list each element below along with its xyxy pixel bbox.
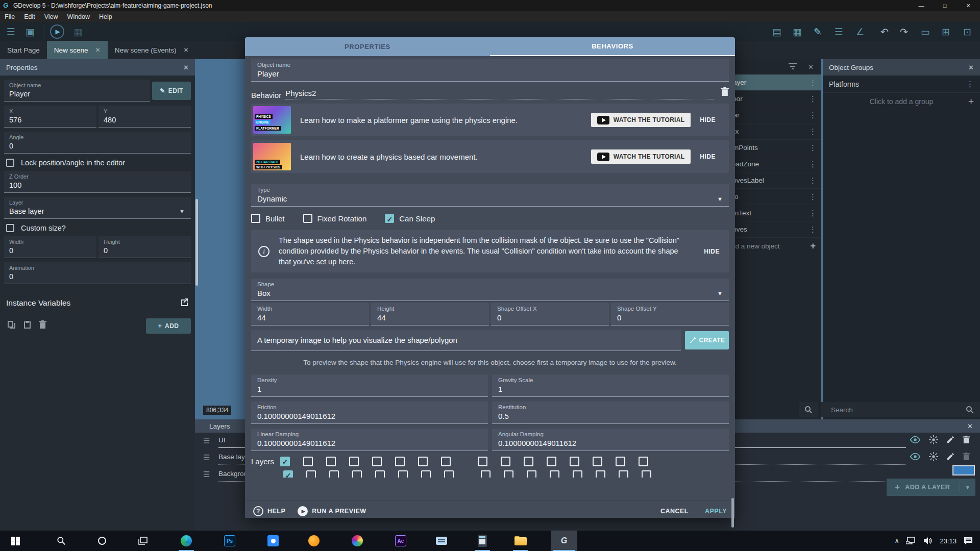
- layer-mask-checkbox[interactable]: [306, 470, 316, 478]
- layer-mask-checkbox[interactable]: [326, 457, 336, 466]
- layer-mask-checkbox[interactable]: ✓: [280, 457, 290, 466]
- trash-icon[interactable]: [39, 320, 46, 331]
- layer-mask-checkbox[interactable]: [570, 457, 579, 466]
- close-icon[interactable]: ✕: [968, 64, 974, 71]
- apply-button[interactable]: APPLY: [705, 508, 727, 515]
- start-button[interactable]: [5, 531, 26, 551]
- shape-select[interactable]: Shape Box ▼: [251, 279, 729, 301]
- layer-mask-checkbox[interactable]: ✓: [283, 470, 293, 478]
- cortana-button[interactable]: [92, 531, 112, 551]
- z-order-field[interactable]: Z Order 100: [4, 171, 191, 193]
- animation-field[interactable]: Animation 0: [4, 262, 191, 284]
- custom-size-checkbox[interactable]: [6, 224, 14, 232]
- menu-view[interactable]: View: [40, 11, 63, 22]
- pencil-icon[interactable]: [946, 436, 954, 444]
- layer-mask-checkbox[interactable]: [639, 457, 648, 466]
- open-layers-editor-icon[interactable]: ∠: [851, 22, 869, 41]
- angle-field[interactable]: Angle 0: [4, 132, 191, 154]
- menu-help[interactable]: Help: [94, 11, 117, 22]
- layer-mask-checkbox[interactable]: [372, 457, 382, 466]
- network-icon[interactable]: [906, 537, 916, 545]
- tray-chevron-icon[interactable]: ∧: [895, 537, 899, 544]
- create-image-button[interactable]: CREATE: [685, 331, 729, 349]
- bullet-checkbox[interactable]: [251, 214, 260, 223]
- menu-file[interactable]: File: [0, 11, 19, 22]
- run-a-preview-button[interactable]: ▶ RUN A PREVIEW: [298, 506, 366, 516]
- paste-icon[interactable]: [23, 320, 32, 331]
- close-tab-icon[interactable]: ✕: [95, 46, 101, 54]
- object-name-field[interactable]: Object name Player: [4, 80, 150, 102]
- add-variable-button[interactable]: + ADD: [146, 318, 191, 334]
- layer-mask-checkbox[interactable]: [642, 470, 651, 478]
- close-window-button[interactable]: ✕: [957, 0, 980, 11]
- taskbar-after-effects[interactable]: Ae: [390, 531, 411, 551]
- layer-mask-checkbox[interactable]: [478, 457, 487, 466]
- effects-icon[interactable]: [929, 435, 938, 444]
- edit-scene-properties-icon[interactable]: ✎: [809, 22, 826, 41]
- menu-edit[interactable]: Edit: [19, 11, 40, 22]
- taskbar-fl-studio[interactable]: [304, 531, 324, 551]
- layer-mask-checkbox[interactable]: [547, 457, 556, 466]
- menu-window[interactable]: Window: [63, 11, 94, 22]
- shape-offset-y-field[interactable]: Shape Offset Y 0: [611, 303, 729, 325]
- redo-icon[interactable]: ↷: [895, 22, 913, 41]
- layer-mask-checkbox[interactable]: [418, 457, 428, 466]
- layer-mask-checkbox[interactable]: [593, 457, 602, 466]
- pencil-icon[interactable]: [946, 453, 954, 461]
- type-select[interactable]: Type Dynamic ▼: [251, 184, 729, 207]
- layer-mask-checkbox[interactable]: [550, 470, 559, 478]
- layer-mask-checkbox[interactable]: [524, 457, 533, 466]
- close-icon[interactable]: ✕: [967, 422, 973, 430]
- density-field[interactable]: Density 1: [251, 374, 488, 397]
- maximize-button[interactable]: □: [933, 0, 957, 11]
- group-row[interactable]: Platforms ⋮: [823, 76, 980, 93]
- kebab-menu-icon[interactable]: ⋮: [809, 94, 817, 104]
- taskbar-color-app[interactable]: [347, 531, 368, 551]
- layer-mask-checkbox[interactable]: [527, 470, 536, 478]
- effects-icon[interactable]: [929, 452, 938, 461]
- kebab-menu-icon[interactable]: ⋮: [809, 209, 817, 218]
- open-objects-editor-icon[interactable]: ▤: [768, 22, 786, 41]
- open-groups-editor-icon[interactable]: ▦: [789, 22, 806, 41]
- layer-mask-checkbox[interactable]: [481, 470, 491, 478]
- layer-mask-checkbox[interactable]: [501, 457, 510, 466]
- play-preview-icon[interactable]: ▶: [47, 22, 67, 41]
- shape-offset-x-field[interactable]: Shape Offset X 0: [491, 303, 609, 325]
- trash-icon[interactable]: [963, 436, 970, 444]
- background-color-swatch[interactable]: [952, 465, 975, 475]
- layer-mask-checkbox[interactable]: [352, 470, 362, 478]
- kebab-menu-icon[interactable]: ⋮: [809, 160, 817, 169]
- eye-icon[interactable]: [910, 453, 921, 461]
- layer-mask-checkbox[interactable]: [398, 470, 408, 478]
- layer-mask-checkbox[interactable]: [303, 457, 313, 466]
- objects-search-button[interactable]: [799, 402, 818, 417]
- toggle-grid-icon[interactable]: ⊞: [937, 22, 954, 41]
- scene-editor-icon[interactable]: ▣: [21, 22, 39, 41]
- close-tab-icon[interactable]: ✕: [183, 46, 188, 54]
- group-search-input[interactable]: Search: [821, 402, 980, 417]
- hide-info-button[interactable]: HIDE: [704, 248, 720, 255]
- kebab-menu-icon[interactable]: ⋮: [809, 111, 817, 120]
- taskbar-gdevelop[interactable]: G: [551, 531, 577, 551]
- kebab-menu-icon[interactable]: ⋮: [809, 192, 817, 202]
- chevron-down-icon[interactable]: ▼: [960, 485, 975, 490]
- tab-new-scene[interactable]: New scene ✕: [47, 41, 108, 59]
- layer-mask-checkbox[interactable]: [329, 470, 339, 478]
- toggle-window-mask-icon[interactable]: ▭: [917, 22, 934, 41]
- dialog-masks-checkbox-row-clipped[interactable]: ✓: [251, 470, 729, 478]
- temporary-image-field[interactable]: A temporary image to help you visualize …: [251, 330, 681, 351]
- canvas-scrollbar[interactable]: [195, 199, 198, 286]
- layer-mask-checkbox[interactable]: [421, 470, 431, 478]
- debug-icon[interactable]: ▦: [69, 22, 87, 41]
- behavior-name-input[interactable]: Physics2: [285, 89, 714, 99]
- add-a-layer-button[interactable]: + ADD A LAYER ▼: [887, 479, 975, 496]
- x-field[interactable]: X 576: [4, 106, 96, 128]
- kebab-menu-icon[interactable]: ⋮: [809, 176, 817, 185]
- taskbar-photoshop[interactable]: Ps: [219, 531, 240, 551]
- layer-select[interactable]: Layer Base layer ▼: [4, 197, 191, 219]
- zoom-options-icon[interactable]: ⊡: [959, 22, 976, 41]
- minimize-button[interactable]: —: [910, 0, 933, 11]
- copy-icon[interactable]: [7, 320, 16, 331]
- drag-handle-icon[interactable]: ☰: [203, 436, 210, 445]
- watch-tutorial-button[interactable]: WATCH THE TUTORIAL: [591, 149, 691, 164]
